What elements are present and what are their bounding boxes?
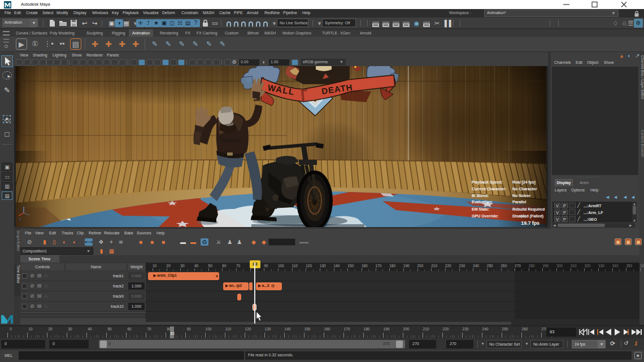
svg-text:Playback Speed:: Playback Speed:	[472, 180, 503, 185]
svg-text:Rebuild Required: Rebuild Required	[512, 207, 545, 212]
svg-text:Disabled (Failed): Disabled (Failed)	[512, 214, 544, 219]
svg-text:Parallel: Parallel	[512, 200, 526, 204]
svg-text:Evaluation:: Evaluation:	[472, 200, 493, 204]
svg-text:Real [24 fps]: Real [24 fps]	[512, 180, 536, 185]
svg-text:No Character: No Character	[512, 187, 537, 191]
svg-text:19.7 fps: 19.7 fps	[521, 220, 539, 226]
svg-text:No Solver: No Solver	[512, 194, 531, 198]
svg-text:GPU Override:: GPU Override:	[472, 214, 499, 219]
svg-text:Current Character:: Current Character:	[472, 187, 506, 191]
svg-text:x: x	[19, 217, 21, 221]
svg-text:EM State:: EM State:	[472, 207, 489, 212]
svg-text:IK Blend:: IK Blend:	[472, 194, 489, 198]
